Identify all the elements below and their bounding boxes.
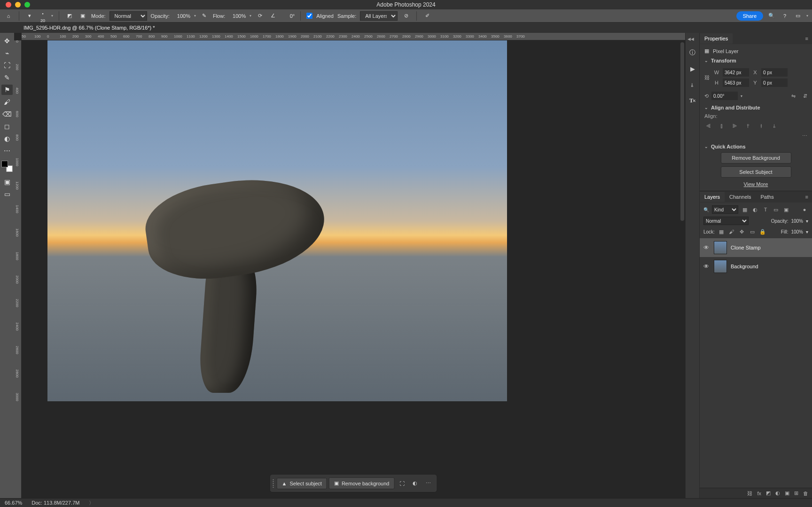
minimize-window-icon[interactable] (15, 2, 21, 8)
layer-mask-icon[interactable]: ◩ (766, 490, 771, 496)
sample-select[interactable]: All Layers (360, 11, 398, 21)
share-button[interactable]: Share (736, 11, 763, 21)
horizontal-ruler[interactable]: 5010001002003004005006007008009001000110… (22, 33, 685, 40)
vertical-scrollbar[interactable] (680, 42, 684, 221)
fill-value[interactable]: 100% (791, 229, 803, 234)
new-group-icon[interactable]: ▣ (785, 490, 789, 496)
lock-position-icon[interactable]: ✥ (738, 228, 746, 235)
layer-name[interactable]: Clone Stamp (731, 245, 761, 250)
maximize-window-icon[interactable] (24, 2, 30, 8)
opacity-input[interactable] (173, 13, 190, 19)
eyedropper-tool-icon[interactable]: ✎ (1, 72, 13, 83)
angle-input[interactable] (711, 92, 738, 100)
align-vcenter-icon[interactable]: ⫲ (757, 122, 765, 130)
doc-size[interactable]: Doc: 113.8M/227.7M (31, 500, 79, 506)
quick-actions-header[interactable]: ⌄Quick Actions (704, 144, 807, 149)
filter-shape-icon[interactable]: ▭ (772, 206, 780, 213)
adjustments-panel-icon[interactable]: ⫰ (688, 80, 697, 89)
info-panel-icon[interactable]: ⓘ (688, 48, 697, 57)
transform-section-header[interactable]: ⌄Transform (704, 58, 807, 63)
delete-layer-icon[interactable]: 🗑 (803, 491, 808, 496)
align-top-icon[interactable]: ⫯ (744, 122, 752, 130)
move-tool-icon[interactable]: ✥ (1, 36, 13, 46)
workspace-chevron-icon[interactable]: ▾ (806, 14, 808, 18)
foreground-color-icon[interactable] (1, 161, 8, 167)
layers-menu-icon[interactable]: ≡ (802, 194, 812, 200)
expand-panels-icon[interactable]: ◀◀ (687, 37, 694, 41)
y-input[interactable] (761, 78, 788, 87)
new-layer-icon[interactable]: ⊞ (794, 490, 798, 496)
gradient-tool-icon[interactable]: ◐ (1, 133, 13, 144)
lock-transparent-icon[interactable]: ▦ (718, 228, 725, 235)
flow-chevron-icon[interactable]: ▾ (250, 14, 251, 18)
height-input[interactable] (723, 78, 749, 87)
remove-background-button[interactable]: ▣Remove background (329, 477, 395, 489)
zoom-level[interactable]: 66.67% (5, 500, 22, 506)
status-chevron-icon[interactable]: 〉 (89, 499, 94, 507)
layer-blend-select[interactable]: Normal (703, 217, 749, 225)
properties-menu-icon[interactable]: ≡ (802, 36, 812, 41)
layer-fx-icon[interactable]: fx (757, 491, 761, 496)
clone-panel-icon[interactable]: ▣ (78, 11, 87, 21)
link-wh-icon[interactable]: ⛓ (704, 75, 710, 80)
search-icon[interactable]: 🔍 (767, 11, 776, 21)
align-section-header[interactable]: ⌄Align and Distribute (704, 105, 807, 110)
workspace-icon[interactable]: ▭ (793, 11, 803, 21)
pressure-size-icon[interactable]: ✐ (422, 11, 432, 21)
quickmask-icon[interactable]: ▣ (1, 177, 13, 187)
new-adjustment-icon[interactable]: ◐ (775, 490, 780, 496)
layer-name[interactable]: Background (731, 264, 758, 269)
clone-stamp-tool-icon[interactable]: ⚑ (1, 85, 13, 95)
layer-thumbnail[interactable] (714, 241, 727, 254)
crop-tool-icon[interactable]: ⛶ (1, 60, 13, 70)
typography-panel-icon[interactable]: TK (688, 96, 697, 105)
flip-vertical-icon[interactable]: ⇵ (803, 93, 807, 99)
qa-select-subject-button[interactable]: Select Subject (721, 166, 791, 178)
more-tools-icon[interactable]: ⋯ (1, 146, 13, 156)
brush-preview-icon[interactable]: ● (38, 9, 47, 18)
drag-handle-icon[interactable] (273, 479, 275, 488)
layer-thumbnail[interactable] (714, 260, 727, 273)
help-icon[interactable]: ? (780, 11, 789, 21)
align-left-icon[interactable]: ⫷ (704, 122, 713, 130)
vertical-ruler[interactable]: 0200400600800100012001400160018002000220… (14, 40, 22, 498)
view-more-link[interactable]: View More (704, 181, 807, 187)
angle-chevron-icon[interactable]: ▾ (741, 94, 742, 98)
tab-paths[interactable]: Paths (756, 192, 779, 202)
blend-mode-select[interactable]: Normal (109, 11, 147, 21)
document-tab[interactable]: IMG_5295-HDR.dng @ 66.7% (Clone Stamp, R… (19, 23, 160, 32)
pressure-opacity-icon[interactable]: ✎ (200, 11, 209, 21)
filter-pixel-icon[interactable]: ▦ (741, 206, 749, 213)
lock-artboard-icon[interactable]: ▭ (749, 228, 756, 235)
brush-tool-icon[interactable]: 🖌 (1, 97, 13, 107)
tool-preset-icon[interactable]: ▾ (25, 11, 34, 21)
brush-picker-chevron-icon[interactable]: ▾ (51, 14, 53, 18)
qa-remove-background-button[interactable]: Remove Background (721, 152, 791, 164)
width-input[interactable] (723, 68, 749, 77)
lock-pixels-icon[interactable]: 🖌 (728, 228, 735, 235)
fill-chevron-icon[interactable]: ▾ (806, 229, 808, 234)
crop-action-icon[interactable]: ⛶ (396, 478, 407, 489)
adjust-action-icon[interactable]: ◐ (409, 478, 421, 489)
layer-opacity-chevron-icon[interactable]: ▾ (806, 218, 808, 224)
align-hcenter-icon[interactable]: ⫿ (718, 122, 726, 130)
angle-icon[interactable]: ∠ (268, 11, 278, 21)
lasso-tool-icon[interactable]: ⌁ (1, 48, 13, 58)
document-canvas[interactable] (47, 40, 507, 401)
tab-layers[interactable]: Layers (700, 192, 725, 202)
filter-kind-select[interactable]: Kind (712, 205, 738, 214)
layer-row[interactable]: 👁Background (700, 257, 812, 276)
visibility-icon[interactable]: 👁 (703, 244, 710, 251)
tab-channels[interactable]: Channels (725, 192, 756, 202)
select-subject-button[interactable]: ▲Select subject (277, 478, 327, 489)
canvas-viewport[interactable]: ▲Select subject ▣Remove background ⛶ ◐ ⋯ (22, 40, 685, 498)
filter-type-icon[interactable]: T (762, 206, 769, 213)
flip-horizontal-icon[interactable]: ⇋ (791, 93, 796, 99)
aligned-checkbox[interactable] (306, 13, 312, 19)
opacity-chevron-icon[interactable]: ▾ (194, 14, 196, 18)
layer-opacity-value[interactable]: 100% (791, 218, 803, 224)
filter-smart-icon[interactable]: ▣ (782, 206, 790, 213)
x-input[interactable] (761, 68, 788, 77)
home-icon[interactable]: ⌂ (4, 11, 13, 21)
close-window-icon[interactable] (6, 2, 11, 8)
